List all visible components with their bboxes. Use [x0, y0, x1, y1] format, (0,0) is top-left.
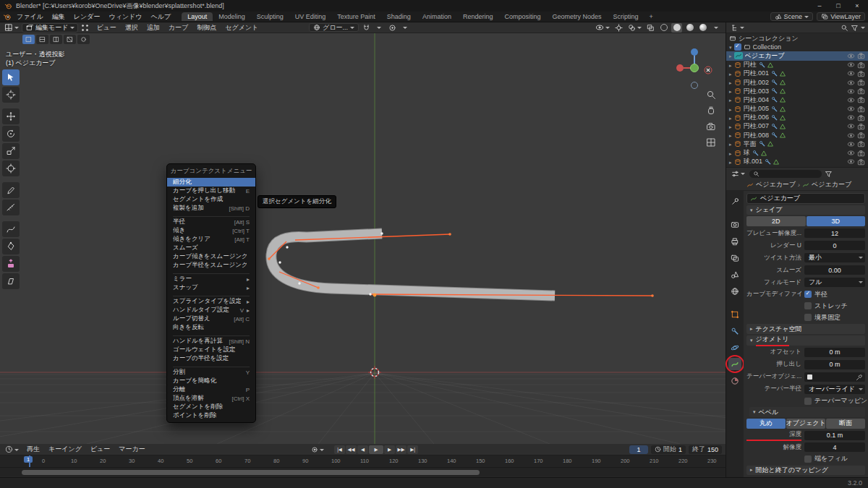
property-field[interactable]: 最小: [804, 253, 865, 262]
scene-dropdown-icon[interactable]: [804, 16, 809, 20]
property-field[interactable]: 0 m: [804, 348, 865, 357]
transform-orientation-dropdown[interactable]: グロー...: [309, 23, 359, 32]
dim-3d-button[interactable]: 3D: [807, 216, 866, 226]
overlays-icon[interactable]: [626, 23, 643, 33]
timeline-scroll-thumb[interactable]: [22, 470, 480, 475]
workspace-tab[interactable]: Geometry Nodes: [546, 12, 607, 21]
camera-view-icon[interactable]: [706, 121, 716, 132]
checkbox[interactable]: [804, 314, 812, 321]
viewport-toggle-icon[interactable]: [77, 35, 90, 44]
eyedropper-icon[interactable]: [856, 374, 863, 381]
context-menu-item[interactable]: ゴールウェイトを設定 ▸: [167, 346, 255, 354]
context-menu-item[interactable]: カーブを簡略化 ▸: [167, 377, 255, 385]
viewport-toggle-icon[interactable]: [22, 35, 35, 44]
select-box-tool[interactable]: [2, 69, 20, 85]
transform-tool[interactable]: [2, 160, 20, 176]
outliner-row[interactable]: 円柱.001: [726, 69, 868, 78]
hide-viewport-eye-icon[interactable]: [847, 97, 855, 103]
expander-icon[interactable]: [729, 70, 732, 77]
expander-icon[interactable]: [729, 79, 732, 86]
property-field[interactable]: 0.00: [804, 265, 865, 275]
disable-render-camera-icon[interactable]: [857, 106, 865, 113]
context-menu-item[interactable]: セグメントを削除 ▸: [167, 403, 255, 411]
disable-render-camera-icon[interactable]: [857, 87, 865, 95]
viewlayer-selector[interactable]: ViewLayer: [817, 12, 865, 21]
hide-viewport-eye-icon[interactable]: [847, 88, 855, 95]
disable-render-camera-icon[interactable]: [857, 140, 865, 147]
checkbox[interactable]: [804, 291, 812, 298]
shading-rendered-icon[interactable]: [697, 23, 708, 33]
workspace-tab[interactable]: Rendering: [457, 12, 499, 21]
next-keyframe-button[interactable]: ▶▶: [396, 445, 407, 454]
mesh-data-icon[interactable]: [760, 150, 767, 157]
section-shape[interactable]: シェイプ: [746, 205, 865, 215]
section-texture-space[interactable]: テクスチャ空間: [746, 324, 865, 333]
workspace-tab[interactable]: UV Editing: [289, 12, 332, 21]
move-tool[interactable]: [2, 108, 20, 124]
snap-settings-dropdown[interactable]: [374, 23, 385, 33]
taper-mapping-checkbox[interactable]: [804, 398, 812, 405]
disable-render-camera-icon[interactable]: [857, 158, 865, 166]
main-menu-item[interactable]: 編集: [48, 12, 69, 22]
hide-viewport-eye-icon[interactable]: [847, 70, 855, 77]
tab-object-data[interactable]: [728, 358, 741, 370]
workspace-tab[interactable]: Animation: [417, 12, 457, 21]
context-menu-item[interactable]: 傾き [Ctrl] T ▸: [167, 226, 255, 235]
jump-end-button[interactable]: ▶|: [407, 445, 418, 454]
pen-tool[interactable]: [2, 239, 20, 254]
outliner-row[interactable]: 平面: [726, 140, 868, 148]
modifier-wrench-icon[interactable]: [771, 123, 778, 130]
context-menu-item[interactable]: ▸: [173, 270, 250, 274]
jump-start-button[interactable]: |◀: [334, 445, 345, 454]
play-button[interactable]: ▶: [369, 445, 383, 454]
outliner-scene-collection[interactable]: シーンコレクション: [726, 34, 868, 43]
outliner-row[interactable]: 円柱.007: [726, 122, 868, 131]
tab-world[interactable]: [728, 285, 741, 297]
hide-viewport-eye-icon[interactable]: [847, 158, 855, 165]
shading-solid-icon[interactable]: [671, 23, 682, 33]
modifier-wrench-icon[interactable]: [771, 106, 778, 113]
outliner-collection[interactable]: Collection: [726, 43, 868, 51]
disable-render-camera-icon[interactable]: [857, 114, 865, 121]
bevel-depth-field[interactable]: 0.1 m: [804, 431, 865, 440]
properties-search-input[interactable]: [749, 170, 822, 178]
hide-viewport-eye-icon[interactable]: [847, 141, 855, 147]
object-visibility-dropdown[interactable]: [594, 23, 611, 33]
data-name-field[interactable]: ベジエカーブ: [746, 193, 865, 204]
extrude-tool[interactable]: [2, 256, 20, 272]
section-bevel[interactable]: ベベル: [749, 407, 865, 416]
outliner-row[interactable]: 円柱.002: [726, 78, 868, 87]
expander-icon[interactable]: [729, 150, 732, 157]
property-field[interactable]: フル: [804, 278, 865, 287]
context-menu-item[interactable]: カーブ半径をスムージング ▸: [167, 261, 255, 270]
fill-caps-checkbox[interactable]: [804, 455, 812, 463]
hide-viewport-eye-icon[interactable]: [847, 53, 855, 59]
viewport-menu-item[interactable]: 追加: [142, 22, 164, 33]
timeline-menu-item[interactable]: キーイング: [44, 444, 86, 455]
context-menu-item[interactable]: カーブを押し出し移動 E ▸: [167, 187, 255, 195]
tab-render[interactable]: [728, 218, 741, 231]
timeline-editor-icon[interactable]: [4, 445, 20, 454]
current-frame-field[interactable]: 1: [629, 445, 648, 454]
workspace-tab[interactable]: Sculpting: [251, 12, 289, 21]
dim-2d-button[interactable]: 2D: [746, 216, 806, 226]
main-menu-item[interactable]: ヘルプ: [147, 12, 176, 22]
context-menu-item[interactable]: ▸: [173, 293, 250, 296]
context-menu-item[interactable]: カーブ傾きをスムージング ▸: [167, 252, 255, 261]
property-field[interactable]: 0: [804, 241, 865, 250]
timeline-ruler[interactable]: 0102030405060708090100110120130140150160…: [0, 455, 726, 467]
bevel-mode-button[interactable]: 断面: [826, 419, 865, 429]
outliner-row[interactable]: 円柱.008: [726, 131, 868, 140]
context-menu-item[interactable]: 分割 Y ▸: [167, 368, 255, 377]
outliner-row[interactable]: 円柱: [726, 61, 868, 69]
outliner-row[interactable]: 球.001: [726, 158, 868, 166]
expander-icon[interactable]: [729, 140, 732, 147]
properties-editor-icon[interactable]: [730, 169, 746, 179]
tab-modifiers[interactable]: [728, 325, 741, 337]
timeline-menu-item[interactable]: ビュー: [86, 444, 114, 455]
viewport-toggle-icon[interactable]: [36, 35, 48, 44]
modifier-wrench-icon[interactable]: [771, 87, 778, 95]
disable-render-camera-icon[interactable]: [857, 79, 865, 86]
context-menu-item[interactable]: カーブの半径を設定 ▸: [167, 354, 255, 363]
randomize-tool[interactable]: [2, 273, 20, 289]
